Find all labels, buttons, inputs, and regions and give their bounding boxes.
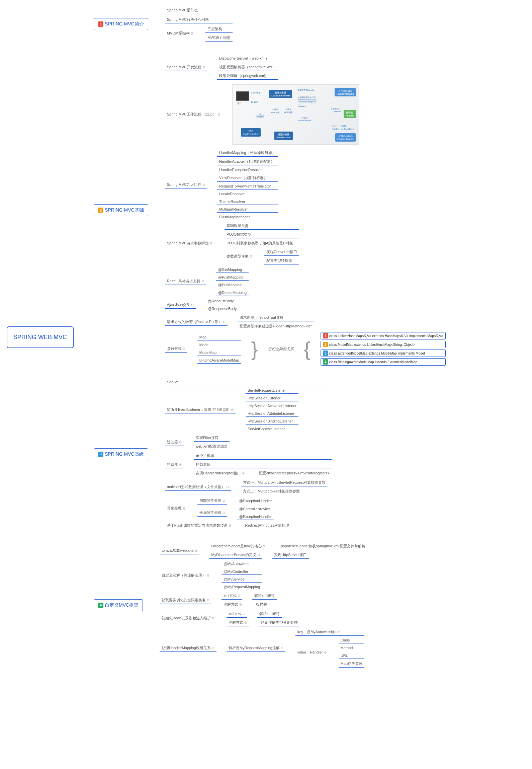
node[interactable]: HandlerMapping（处理器映射器）: [217, 149, 278, 157]
node[interactable]: RequestToViewNameTranslator: [217, 183, 278, 189]
node[interactable]: 自定义注解（纯注解实现）⊖: [160, 572, 211, 579]
node[interactable]: @MyRequestMapping: [221, 584, 262, 590]
node[interactable]: @ControllerAdvice: [237, 506, 274, 512]
node[interactable]: key：@MyAutowired的url: [295, 628, 364, 636]
node[interactable]: Ajax Json交互⊖: [165, 301, 196, 309]
level1-intro[interactable]: 1 SPRING MVC简介: [94, 18, 148, 30]
node[interactable]: FlashMapManager: [217, 214, 278, 220]
node[interactable]: ServletContextListener: [246, 426, 298, 432]
node[interactable]: 扫描包: [254, 601, 269, 608]
node[interactable]: MultipartResolver: [217, 206, 278, 213]
node[interactable]: 注解方式⊖: [227, 619, 249, 626]
node[interactable]: @MyService: [221, 576, 262, 583]
node[interactable]: 初始化Bean以及依赖注入维护⊖: [160, 615, 216, 622]
node[interactable]: DispatcherServlet加载springmvc.xml配置文件并解析: [277, 543, 367, 550]
node[interactable]: 请求方式的转变（Post -> Put等）⊖: [165, 318, 228, 326]
node[interactable]: Restful风格请求支持⊖: [165, 278, 206, 285]
node[interactable]: @ResponseBody: [206, 306, 239, 312]
node[interactable]: @ReqeustBody: [206, 298, 239, 304]
node[interactable]: 请求新增_method=put参数: [238, 314, 314, 321]
node[interactable]: 参数类型转换⊖: [225, 253, 254, 260]
node[interactable]: value：Handler⊖: [295, 649, 329, 656]
node[interactable]: Spring MVC解决什么问题: [165, 16, 233, 23]
node[interactable]: Map: [197, 334, 241, 340]
node[interactable]: Spring MVC是什么: [165, 7, 233, 14]
class-box[interactable]: 3class ExtendedModelMap extends ModelMap…: [321, 350, 446, 357]
node[interactable]: 三层架构: [205, 25, 232, 33]
class-box[interactable]: 1class LinkedHashMap<K,V> extends HashMa…: [321, 332, 446, 339]
node[interactable]: 过滤器⊖: [165, 439, 184, 446]
node[interactable]: 监听器EventListener，提供了很多监听⊖: [165, 406, 236, 413]
node[interactable]: 参数封装⊖: [165, 345, 187, 353]
node[interactable]: 解析@MyRequestMapping注解⊖: [227, 644, 285, 652]
node[interactable]: Spring MVC九大组件⊖: [165, 181, 207, 188]
level1-advanced[interactable]: 3 SPRING MVC高级: [94, 448, 148, 460]
node[interactable]: Spring MVC工作流程（11步）⊖: [165, 111, 223, 118]
node[interactable]: Model: [197, 342, 241, 348]
node[interactable]: MVC设计模型: [205, 34, 232, 42]
node[interactable]: 映射处理器（springweb.xml）: [217, 72, 278, 80]
node[interactable]: LocaleResolver: [217, 191, 278, 197]
node[interactable]: 拦截器⊖: [165, 461, 184, 468]
node[interactable]: DispatcherServlet是mvc的核心⊖: [209, 543, 268, 550]
node[interactable]: 配置类型转换器: [264, 257, 299, 264]
node[interactable]: 处理HandlerMapping映射关系⊖: [160, 644, 216, 652]
node[interactable]: Servlet: [165, 379, 332, 385]
node[interactable]: web.xml配置过滤器: [194, 443, 230, 450]
root-node[interactable]: SPRING WEB MVC: [7, 326, 74, 348]
node[interactable]: HandlerExceptionResolver: [217, 167, 278, 173]
node[interactable]: 实现HandlerInterceptor接口⊖: [194, 470, 247, 477]
node[interactable]: 解析xml即可: [252, 592, 277, 600]
node[interactable]: HttpSessionActivationListener: [246, 403, 298, 409]
node[interactable]: @GetMapping: [216, 266, 249, 273]
node[interactable]: @MyAutowired: [221, 561, 262, 567]
node[interactable]: @ExceptionHandler: [237, 498, 274, 504]
node[interactable]: DispatcherServlet（web.xml）: [217, 55, 278, 62]
node[interactable]: 配置<mvc:interceptors></mvc:interceptors>: [257, 470, 332, 477]
node[interactable]: HttpSessionListener: [246, 395, 298, 401]
node[interactable]: multipart形式数据处理（文件类型）⊖: [165, 483, 231, 491]
node[interactable]: HttpSessionBindingListener: [246, 418, 298, 425]
node[interactable]: HandlerAdapter（处理器适配器）: [217, 158, 278, 165]
node[interactable]: 获取要实例化的全限定类名⊖: [160, 597, 211, 604]
node[interactable]: ServletRequestListener: [246, 387, 298, 394]
node[interactable]: tomcat加载web.xml⊖: [160, 547, 199, 554]
node[interactable]: 基础数据类型: [225, 222, 299, 230]
node[interactable]: 视图视图解析器（springmvc.xml）: [217, 64, 278, 71]
node[interactable]: @PutMapping: [216, 282, 249, 288]
node[interactable]: 单个拦截器: [194, 452, 332, 460]
node[interactable]: @DeleteMapping: [216, 290, 249, 296]
node[interactable]: MyDispatcherServlet的定义⊖: [209, 551, 262, 559]
level1-basic[interactable]: 2 SPRING MVC基础: [94, 204, 148, 216]
node[interactable]: ThemeResolver: [217, 199, 278, 205]
level1-custom[interactable]: 4 自定义MVC框架: [94, 599, 143, 611]
node[interactable]: 方式一：MultipartHttpServletRequest对象接收参数: [241, 479, 328, 486]
class-box[interactable]: 4class BindingAwareModelMap extends Exte…: [321, 358, 446, 366]
node[interactable]: 实现Filter接口: [194, 434, 230, 442]
node[interactable]: ViewResolver（视图解析器）: [217, 174, 278, 182]
node[interactable]: ModelMap: [197, 350, 241, 356]
node[interactable]: URL: [339, 652, 364, 659]
node[interactable]: 注解方式⊖: [221, 601, 244, 608]
node[interactable]: 区别注解类型分别处理: [259, 619, 300, 626]
node[interactable]: 方式二：MultipartFile对象接收参数: [241, 488, 328, 495]
node[interactable]: 全局异常处理⊖: [197, 509, 227, 517]
node[interactable]: @MyController: [221, 568, 262, 575]
node[interactable]: HttpSessionAttributeListener: [246, 410, 298, 417]
node[interactable]: RedirectAttributes对象处理: [243, 522, 291, 529]
node[interactable]: 拦截器链: [194, 461, 332, 468]
node[interactable]: xml方式⊖: [227, 610, 247, 618]
node[interactable]: Map存放参数: [339, 660, 364, 668]
node[interactable]: Spring MVC请求参数绑定⊖: [165, 240, 214, 247]
node[interactable]: @PostMapping: [216, 274, 249, 281]
node[interactable]: xml方式⊖: [221, 592, 242, 600]
node[interactable]: 解析xml即可: [257, 610, 282, 618]
node[interactable]: 配置类型转换过滤器HiddenHttpMethodFilter: [238, 323, 314, 330]
node[interactable]: BindingAwareModelMap: [197, 357, 241, 364]
node[interactable]: 基于Flash属性的重定向请求参数传递⊖: [165, 522, 233, 529]
class-box[interactable]: 2class ModelMap extends LinkedHashMap<St…: [321, 341, 446, 348]
node[interactable]: 局部异常处理⊖: [197, 497, 227, 505]
node[interactable]: 异常处理⊖: [165, 505, 187, 512]
node[interactable]: Spring MVC开发流程⊖: [165, 64, 207, 71]
node[interactable]: POJO数据类型: [225, 231, 299, 238]
